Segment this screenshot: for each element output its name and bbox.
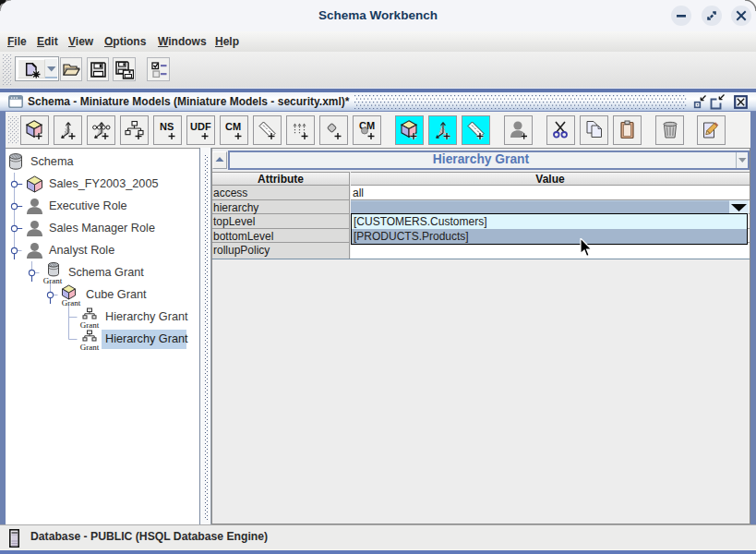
svg-text:CM: CM: [225, 121, 241, 132]
svg-text:UDF: UDF: [190, 121, 211, 132]
svg-text:NS: NS: [160, 121, 174, 132]
